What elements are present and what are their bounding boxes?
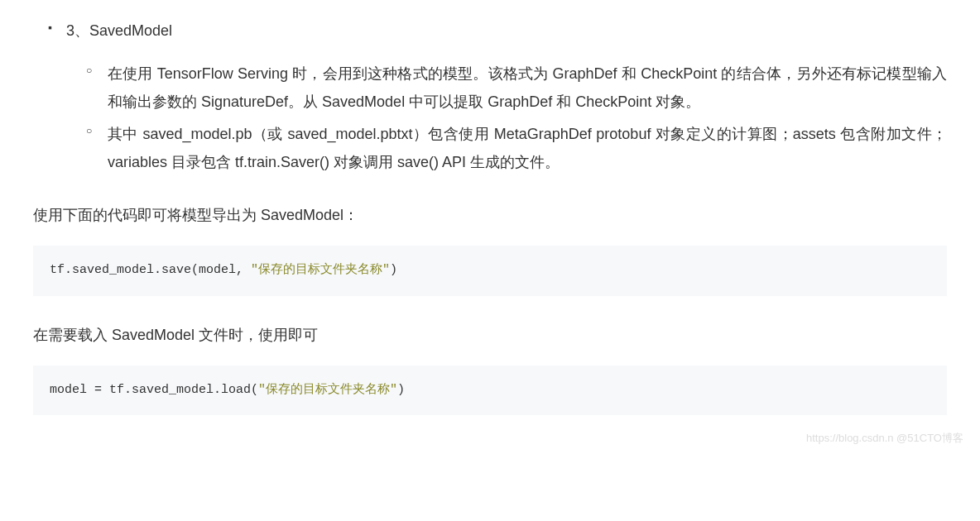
outer-item-title: 3、SavedModel bbox=[66, 22, 172, 39]
code-block-load: model = tf.saved_model.load("保存的目标文件夹名称"… bbox=[33, 366, 947, 416]
code-string: "保存的目标文件夹名称" bbox=[258, 383, 397, 397]
inner-list: 在使用 TensorFlow Serving 时，会用到这种格式的模型。该格式为… bbox=[66, 60, 947, 176]
code-suffix: ) bbox=[397, 383, 405, 397]
code-string: "保存的目标文件夹名称" bbox=[251, 263, 390, 277]
code-block-save: tf.saved_model.save(model, "保存的目标文件夹名称") bbox=[33, 246, 947, 296]
inner-list-item: 在使用 TensorFlow Serving 时，会用到这种格式的模型。该格式为… bbox=[108, 60, 947, 116]
paragraph-load: 在需要载入 SavedModel 文件时，使用即可 bbox=[33, 321, 947, 349]
inner-list-item: 其中 saved_model.pb（或 saved_model.pbtxt）包含… bbox=[108, 120, 947, 176]
code-suffix: ) bbox=[390, 263, 397, 277]
code-prefix: model = tf.saved_model.load( bbox=[50, 383, 258, 397]
paragraph-text: 使用下面的代码即可将模型导出为 SavedModel： bbox=[33, 207, 358, 223]
paragraph-export: 使用下面的代码即可将模型导出为 SavedModel： bbox=[33, 201, 947, 229]
inner-item-text: 在使用 TensorFlow Serving 时，会用到这种格式的模型。该格式为… bbox=[108, 65, 947, 110]
code-prefix: tf.saved_model.save(model, bbox=[50, 263, 251, 277]
inner-item-text: 其中 saved_model.pb（或 saved_model.pbtxt）包含… bbox=[108, 126, 947, 170]
paragraph-text: 在需要载入 SavedModel 文件时，使用即可 bbox=[33, 327, 318, 343]
watermark: https://blog.csdn.n @51CTO博客 bbox=[806, 428, 963, 449]
outer-list-item: 3、SavedModel 在使用 TensorFlow Serving 时，会用… bbox=[66, 17, 947, 176]
outer-list: 3、SavedModel 在使用 TensorFlow Serving 时，会用… bbox=[33, 17, 947, 176]
